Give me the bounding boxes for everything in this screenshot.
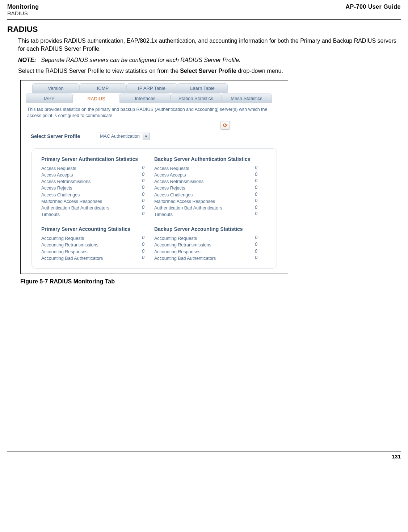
backup-auth-heading: Backup Server Authentication Statistics <box>154 156 267 162</box>
refresh-icon: ⟳ <box>223 122 228 129</box>
b-auth-row-7: Timeouts <box>154 211 255 218</box>
b-auth-val-7: 0 <box>255 211 267 218</box>
p-auth-row-1: Access Accepts <box>41 172 142 178</box>
page-number: 131 <box>7 453 401 460</box>
p-acct-row-0: Accounting Requests <box>41 235 142 242</box>
p-acct-val-0: 0 <box>142 235 154 242</box>
b-acct-val-2: 0 <box>255 249 267 255</box>
tab-version[interactable]: Version <box>32 83 79 93</box>
b-auth-val-5: 0 <box>255 198 267 205</box>
b-auth-val-0: 0 <box>255 165 267 172</box>
footer-rule <box>7 452 401 452</box>
p-auth-row-3: Access Rejects <box>41 185 142 191</box>
tab-mesh-statistics[interactable]: Mesh Statistics <box>221 93 272 103</box>
b-auth-row-4: Access Challenges <box>154 192 255 198</box>
b-auth-row-2: Access Retransmissions <box>154 178 255 185</box>
b-auth-row-5: Malformed Access Responses <box>154 198 255 205</box>
intro-paragraph: This tab provides RADIUS authentication,… <box>18 37 401 53</box>
stats-panel: Primary Server Authentication Statistics… <box>31 148 277 269</box>
tab-station-statistics[interactable]: Station Statistics <box>171 93 221 103</box>
b-acct-row-3: Accounting Bad Authenticators <box>154 255 255 262</box>
figure-caption: Figure 5-7 RADIUS Monitoring Tab <box>20 278 401 285</box>
b-acct-row-2: Accounting Responses <box>154 249 255 255</box>
select-profile-label: Select Server Profile <box>31 133 80 139</box>
chevron-down-icon: ▼ <box>143 133 149 140</box>
b-auth-val-6: 0 <box>255 205 267 211</box>
instruction-bold: Select Server Profile <box>180 68 236 74</box>
section-title: RADIUS <box>7 25 401 34</box>
header-guide-title: AP-700 User Guide <box>345 4 401 10</box>
tab-interfaces[interactable]: Interfaces <box>120 93 171 103</box>
primary-auth-heading: Primary Server Authentication Statistics <box>41 156 154 162</box>
tab-learn-table[interactable]: Learn Table <box>177 83 228 93</box>
b-auth-row-1: Access Accepts <box>154 172 255 178</box>
b-acct-val-1: 0 <box>255 242 267 248</box>
p-acct-val-1: 0 <box>142 242 154 248</box>
p-acct-row-3: Accounting Bad Authenticators <box>41 255 142 262</box>
p-acct-row-2: Accounting Responses <box>41 249 142 255</box>
b-auth-row-3: Access Rejects <box>154 185 255 191</box>
b-auth-val-1: 0 <box>255 172 267 178</box>
p-auth-val-4: 0 <box>142 192 154 198</box>
p-auth-row-0: Access Requests <box>41 165 142 172</box>
p-auth-row-4: Access Challenges <box>41 192 142 198</box>
tab-radius[interactable]: RADIUS <box>73 94 120 103</box>
b-auth-row-6: Authentication Bad Authenticators <box>154 205 255 211</box>
note-label: NOTE: <box>18 57 36 63</box>
tab-ip-arp-table[interactable]: IP ARP Table <box>126 83 177 93</box>
p-auth-val-0: 0 <box>142 165 154 172</box>
b-acct-row-1: Accounting Retransmissions <box>154 242 255 248</box>
select-profile-dropdown[interactable]: MAC Authentication ▼ <box>97 133 150 140</box>
p-auth-val-2: 0 <box>142 178 154 185</box>
b-acct-val-3: 0 <box>255 255 267 262</box>
instruction-paragraph: Select the RADIUS Server Profile to view… <box>18 67 401 75</box>
note-line: NOTE: Separate RADIUS servers can be con… <box>18 57 401 63</box>
p-auth-row-2: Access Retransmissions <box>41 178 142 185</box>
tab-icmp[interactable]: ICMP <box>79 83 126 93</box>
p-acct-val-2: 0 <box>142 249 154 255</box>
p-auth-row-5: Malformed Access Responses <box>41 198 142 205</box>
p-auth-val-3: 0 <box>142 185 154 191</box>
p-auth-row-6: Authentication Bad Authenticators <box>41 205 142 211</box>
b-auth-row-0: Access Requests <box>154 165 255 172</box>
refresh-button[interactable]: ⟳ <box>220 121 230 130</box>
instruction-text-c: drop-down menu. <box>236 68 283 74</box>
b-auth-val-3: 0 <box>255 185 267 191</box>
b-auth-val-4: 0 <box>255 192 267 198</box>
note-text: Separate RADIUS servers can be configure… <box>41 57 240 63</box>
select-profile-value: MAC Authentication <box>97 134 143 139</box>
p-acct-val-3: 0 <box>142 255 154 262</box>
primary-acct-heading: Primary Server Accounting Statistics <box>41 226 154 232</box>
b-acct-val-0: 0 <box>255 235 267 242</box>
b-acct-row-0: Accounting Requests <box>154 235 255 242</box>
header-section: Monitoring <box>7 4 39 10</box>
p-auth-val-1: 0 <box>142 172 154 178</box>
instruction-text-a: Select the RADIUS Server Profile to view… <box>18 68 180 74</box>
header-rule <box>7 19 401 20</box>
p-acct-row-1: Accounting Retransmissions <box>41 242 142 248</box>
p-auth-val-7: 0 <box>142 211 154 218</box>
screenshot-figure: Version ICMP IP ARP Table Learn Table IA… <box>20 80 288 274</box>
header-subsection: RADIUS <box>7 10 39 16</box>
backup-acct-heading: Backup Server Accounting Statistics <box>154 226 267 232</box>
p-auth-val-5: 0 <box>142 198 154 205</box>
tab-row-2: IAPP RADIUS Interfaces Station Statistic… <box>26 93 284 103</box>
p-auth-val-6: 0 <box>142 205 154 211</box>
b-auth-val-2: 0 <box>255 178 267 185</box>
tab-row-1: Version ICMP IP ARP Table Learn Table <box>32 83 284 93</box>
p-auth-row-7: Timeouts <box>41 211 142 218</box>
tab-iapp[interactable]: IAPP <box>26 93 73 103</box>
tab-description: This tab provides statistics on the prim… <box>27 107 281 119</box>
